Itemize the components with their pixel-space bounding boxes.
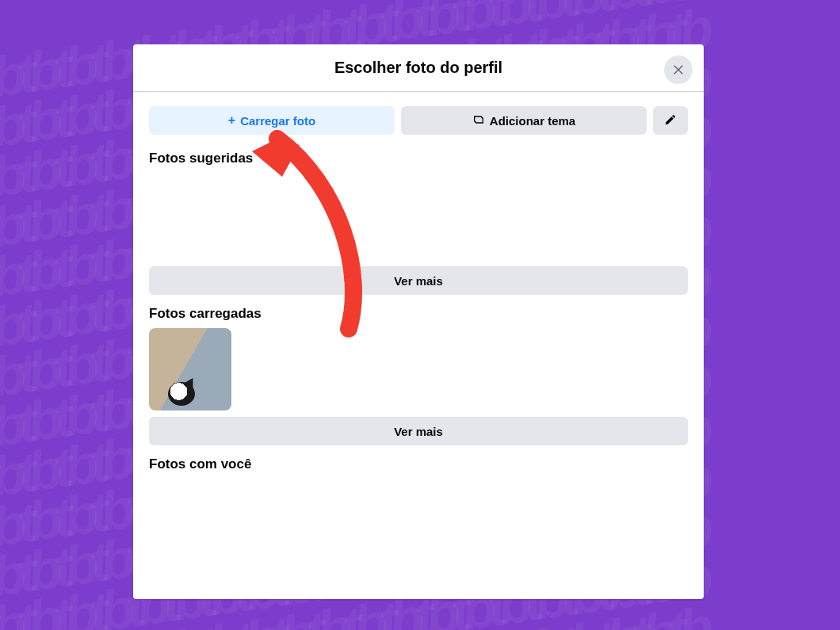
edit-button[interactable] <box>653 106 688 135</box>
profile-photo-modal: Escolher foto do perfil + Carregar foto … <box>133 44 704 599</box>
upload-photo-button[interactable]: + Carregar foto <box>149 106 395 135</box>
modal-header: Escolher foto do perfil <box>133 44 704 92</box>
suggested-photos-section: Fotos sugeridas Ver mais <box>133 139 704 295</box>
close-icon <box>671 62 685 78</box>
see-more-suggested-button[interactable]: Ver mais <box>149 266 688 295</box>
close-button[interactable] <box>664 55 693 84</box>
see-more-uploaded-button[interactable]: Ver mais <box>149 417 688 445</box>
plus-icon: + <box>228 113 235 128</box>
pencil-icon <box>664 113 677 128</box>
with-you-heading: Fotos com você <box>149 456 688 472</box>
add-theme-label: Adicionar tema <box>490 114 575 128</box>
modal-title: Escolher foto do perfil <box>334 59 502 77</box>
suggested-heading: Fotos sugeridas <box>149 151 688 166</box>
suggested-photos-grid <box>149 173 688 260</box>
photos-with-you-section: Fotos com você <box>133 445 704 472</box>
frame-icon <box>472 113 485 128</box>
add-theme-button[interactable]: Adicionar tema <box>401 106 647 135</box>
uploaded-photos-section: Fotos carregadas Ver mais <box>133 295 704 445</box>
upload-photo-label: Carregar foto <box>240 114 315 128</box>
modal-actions: + Carregar foto Adicionar tema <box>133 92 704 139</box>
uploaded-heading: Fotos carregadas <box>149 306 688 322</box>
uploaded-photo-thumbnail[interactable] <box>149 328 231 410</box>
